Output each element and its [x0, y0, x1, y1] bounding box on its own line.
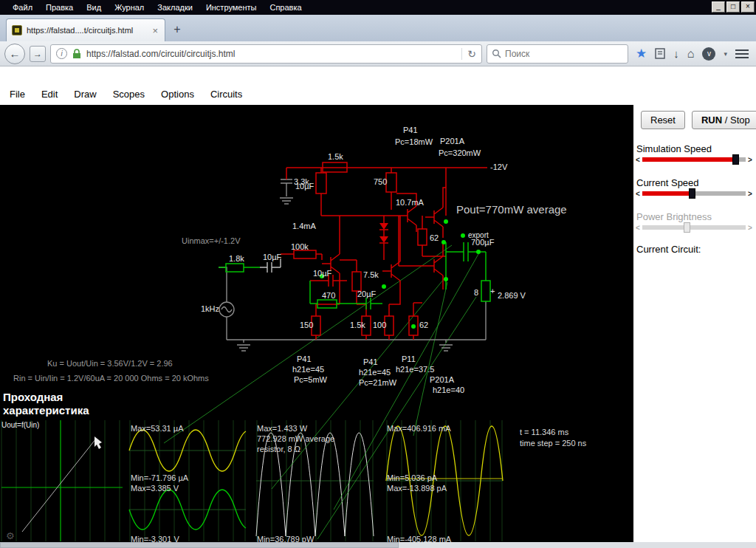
label-resistor-62-upper: 62 — [430, 233, 439, 242]
run-stop-button[interactable]: RUN / Stop — [692, 111, 756, 129]
bookmark-star-icon[interactable]: ★ — [636, 46, 647, 61]
label-q3-h21e: h21e=37.5 — [396, 365, 434, 374]
circuit-canvas[interactable]: ⚙ — [0, 105, 633, 542]
simulation-speed-slider[interactable]: < > — [635, 154, 753, 165]
dropdown-chevron-icon[interactable]: ▾ — [724, 50, 727, 58]
label-q3-name: P11 — [402, 355, 416, 363]
scope2-max-current: Max=53.31 µA — [131, 424, 183, 433]
menu-edit[interactable]: Правка — [39, 3, 80, 12]
slider-right-arrow-icon[interactable]: > — [747, 156, 753, 164]
label-q1-pc: Pc=5mW — [294, 375, 327, 384]
label-resistor-470: 470 — [322, 291, 335, 300]
close-button[interactable]: × — [741, 1, 755, 13]
new-tab-button[interactable]: + — [168, 20, 187, 39]
label-title-line2: характеристика — [3, 405, 89, 417]
sim-timestep-readout: time step = 250 ns — [520, 439, 586, 448]
menu-help[interactable]: Справка — [263, 3, 308, 12]
page-top-margin — [0, 66, 756, 83]
navigation-toolbar: ← → i https://falstad.com/circuit/circui… — [0, 41, 756, 66]
label-cap-700uf: 700µF — [471, 238, 494, 247]
window-controls: _ □ × — [712, 1, 755, 13]
label-q2-h21e: h21e=45 — [359, 368, 391, 377]
tab-close-icon[interactable]: × — [151, 25, 159, 36]
sim-menu-options[interactable]: Options — [153, 89, 202, 100]
label-q1-h21e: h21e=45 — [292, 365, 324, 374]
simulation-speed-thumb[interactable] — [732, 154, 739, 165]
label-current-10_7ma: 10.7mA — [396, 198, 424, 207]
scope-panel-output[interactable]: Max=406.916 mA Min=5.036 pA Max=-13.898 … — [386, 420, 503, 541]
power-brightness-label: Power Brightness — [636, 211, 712, 222]
bookmarks-panel-icon[interactable] — [655, 48, 665, 59]
menu-bookmarks[interactable]: Закладки — [151, 3, 199, 12]
slider-left-arrow-icon[interactable]: < — [635, 156, 641, 164]
label-transistor-p201a-top: P201A — [440, 137, 464, 145]
current-speed-slider[interactable]: < > — [635, 188, 753, 199]
label-resistor-150: 150 — [300, 321, 313, 329]
scope-panel-power[interactable]: Max=1.433 W 772.928 mW average resistor,… — [256, 420, 374, 541]
label-transistor-p41-top: P41 — [403, 126, 418, 134]
reset-button[interactable]: Reset — [641, 111, 685, 129]
power-brightness-slider: < > — [635, 222, 753, 233]
tab-favicon-icon — [12, 25, 22, 35]
tab-bar: https://falstad....t/circuitjs.html × + — [0, 15, 756, 41]
home-icon[interactable]: ⌂ — [687, 47, 695, 61]
sim-menu-scopes[interactable]: Scopes — [105, 89, 153, 100]
label-cap-10uf-mid: 10µF — [313, 269, 331, 278]
label-source-1khz: 1kHz — [201, 304, 219, 313]
toolbar-icons: ★ ↓ ⌂ v ▾ — [633, 46, 752, 61]
sim-menu-file[interactable]: File — [1, 89, 33, 100]
scope3-max-power: Max=1.433 W — [257, 424, 307, 433]
downloads-icon[interactable]: ↓ — [673, 47, 679, 60]
scope4-min-current: Min=-405.128 mA — [387, 535, 451, 542]
label-p41-power: Pc=18mW — [395, 137, 433, 146]
label-rin-formula: Rin = Uin/Iin = 1.2V/60uA = 20 000 Ohms … — [13, 374, 209, 383]
back-button[interactable]: ← — [4, 44, 25, 64]
label-supply-voltage: -12V — [490, 162, 507, 171]
url-bar[interactable]: i https://falstad.com/circuit/circuitjs.… — [50, 44, 482, 64]
horizontal-scrollbar-thumb[interactable] — [0, 542, 399, 548]
label-cap-10uf-left: 10µF — [295, 182, 314, 191]
sim-menu-draw[interactable]: Draw — [66, 89, 104, 100]
menu-file[interactable]: Файл — [6, 3, 39, 12]
menu-view[interactable]: Вид — [80, 3, 108, 12]
forward-button[interactable]: → — [30, 46, 46, 62]
label-resistor-750: 750 — [374, 177, 387, 186]
label-resistor-1_8k: 1.8k — [229, 254, 244, 263]
maximize-button[interactable]: □ — [726, 1, 740, 13]
scope-panel-input[interactable]: Max=53.31 µA Min=-71.796 µA Max=3.385 V … — [129, 420, 246, 541]
current-speed-label: Current Speed — [636, 177, 699, 188]
menu-tools[interactable]: Инструменты — [199, 3, 264, 12]
minimize-button[interactable]: _ — [712, 1, 725, 13]
sim-menu-circuits[interactable]: Circuits — [202, 89, 250, 100]
pocket-icon[interactable]: v — [702, 47, 715, 61]
sim-menu-edit[interactable]: Edit — [33, 89, 66, 100]
label-cap-10uf-input: 10µF — [263, 253, 281, 261]
label-gain-formula: Ku = Uout/Uin = 3.56V/1.2V = 2.96 — [47, 359, 173, 368]
label-pout-average: Pout=770mW average — [456, 204, 567, 216]
scope-panel-xy[interactable] — [1, 420, 123, 541]
slider-right-arrow-icon: > — [747, 224, 753, 232]
power-brightness-thumb — [684, 222, 690, 233]
menu-hamburger-icon[interactable] — [735, 49, 749, 58]
search-box[interactable] — [487, 44, 628, 64]
label-output-voltage: 2.869 V — [498, 291, 526, 300]
slider-left-arrow-icon[interactable]: < — [635, 190, 641, 198]
search-icon — [492, 49, 501, 58]
scope4-min-pa: Min=5.036 pA — [387, 473, 437, 482]
current-circuit-label: Current Circuit: — [636, 244, 701, 255]
url-text: https://falstad.com/circuit/circuitjs.ht… — [86, 49, 456, 59]
slider-right-arrow-icon[interactable]: > — [747, 190, 753, 198]
label-speaker-8ohm: 8 — [474, 288, 478, 297]
scope2-min-current: Min=-71.796 µA — [131, 473, 188, 482]
horizontal-scrollbar[interactable] — [0, 542, 756, 548]
site-info-icon[interactable]: i — [56, 48, 67, 59]
browser-tab[interactable]: https://falstad....t/circuitjs.html × — [6, 18, 165, 41]
search-input[interactable] — [505, 49, 601, 59]
label-q1-name: P41 — [297, 355, 312, 363]
current-speed-thumb[interactable] — [689, 188, 695, 199]
menu-journal[interactable]: Журнал — [108, 3, 151, 12]
reload-icon[interactable]: ↻ — [461, 48, 476, 60]
label-resistor-100k: 100k — [291, 242, 309, 251]
tab-title: https://falstad....t/circuitjs.html — [27, 26, 146, 35]
scope4-max-current: Max=406.916 mA — [387, 424, 451, 433]
